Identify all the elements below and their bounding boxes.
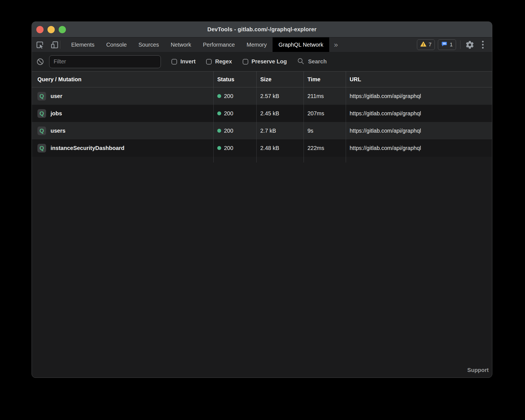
preserve-log-checkbox[interactable] xyxy=(243,59,248,65)
issues-badge[interactable]: 1 xyxy=(438,39,456,50)
url-cell: https://gitlab.com/api/graphql xyxy=(346,122,492,139)
warnings-badge[interactable]: 7 xyxy=(417,39,435,50)
tab-elements[interactable]: Elements xyxy=(65,37,100,52)
clear-block-icon[interactable] xyxy=(36,57,44,66)
settings-gear-icon[interactable] xyxy=(465,40,475,50)
url-cell: https://gitlab.com/api/graphql xyxy=(346,105,492,122)
query-type-badge: Q xyxy=(37,144,46,152)
query-type-badge: Q xyxy=(37,127,46,135)
column-header-time[interactable]: Time xyxy=(304,71,346,87)
table-row[interactable]: Q instanceSecurityDashboard 200 2.48 kB … xyxy=(32,139,492,157)
tab-performance[interactable]: Performance xyxy=(197,37,241,52)
kebab-menu-icon[interactable] xyxy=(478,40,488,50)
warning-icon xyxy=(420,41,426,48)
table-header: Query / Mutation Status Size Time URL xyxy=(32,71,492,87)
preserve-log-label: Preserve Log xyxy=(252,58,287,65)
close-window-button[interactable] xyxy=(36,26,44,33)
footer: Support xyxy=(32,367,492,378)
query-type-badge: Q xyxy=(37,109,46,118)
search-button[interactable]: Search xyxy=(297,57,327,66)
search-icon xyxy=(297,57,304,66)
toolbar-divider xyxy=(60,40,60,49)
inspect-element-icon[interactable] xyxy=(35,40,44,49)
query-cell: Q jobs xyxy=(32,105,213,122)
tab-memory[interactable]: Memory xyxy=(241,37,273,52)
query-cell: Q instanceSecurityDashboard xyxy=(32,139,213,157)
status-code: 200 xyxy=(224,145,233,151)
preserve-log-checkbox-group[interactable]: Preserve Log xyxy=(243,58,287,65)
zoom-window-button[interactable] xyxy=(59,26,66,33)
time-cell: 207ms xyxy=(304,105,346,122)
tab-network[interactable]: Network xyxy=(165,37,197,52)
table-row[interactable]: Q users 200 2.7 kB 9s https://gitlab.com… xyxy=(32,122,492,139)
filter-input[interactable] xyxy=(49,55,161,68)
toolbar-right-divider xyxy=(460,40,460,49)
time-cell: 222ms xyxy=(304,139,346,157)
invert-checkbox-group[interactable]: Invert xyxy=(171,58,195,65)
devtools-window: DevTools - gitlab.com/-/graphql-explorer… xyxy=(32,22,492,378)
search-label: Search xyxy=(308,58,327,65)
query-name: user xyxy=(51,93,62,99)
tab-sources[interactable]: Sources xyxy=(133,37,165,52)
query-name: jobs xyxy=(51,110,62,117)
query-name: users xyxy=(51,128,65,134)
titlebar: DevTools - gitlab.com/-/graphql-explorer xyxy=(32,22,492,37)
time-cell: 211ms xyxy=(304,87,346,105)
empty-panel-area xyxy=(32,163,492,367)
issues-message-icon xyxy=(441,41,447,48)
more-tabs-chevron-icon[interactable]: » xyxy=(329,37,343,52)
filter-bar: Invert Regex Preserve Log Search xyxy=(32,52,492,71)
support-link[interactable]: Support xyxy=(467,367,489,373)
status-cell: 200 xyxy=(213,122,256,139)
status-cell: 200 xyxy=(213,87,256,105)
size-cell: 2.7 kB xyxy=(256,122,304,139)
table-row[interactable]: Q jobs 200 2.45 kB 207ms https://gitlab.… xyxy=(32,105,492,122)
window-title: DevTools - gitlab.com/-/graphql-explorer xyxy=(207,26,316,33)
window-controls xyxy=(36,22,66,37)
size-cell: 2.45 kB xyxy=(256,105,304,122)
status-ok-dot-icon xyxy=(217,129,221,133)
table-row[interactable]: Q user 200 2.57 kB 211ms https://gitlab.… xyxy=(32,87,492,105)
tab-console[interactable]: Console xyxy=(100,37,132,52)
status-ok-dot-icon xyxy=(217,94,221,98)
query-name: instanceSecurityDashboard xyxy=(51,145,125,151)
regex-checkbox-group[interactable]: Regex xyxy=(206,58,232,65)
status-code: 200 xyxy=(224,128,233,134)
column-header-size[interactable]: Size xyxy=(256,71,304,87)
column-header-url[interactable]: URL xyxy=(346,71,492,87)
regex-checkbox[interactable] xyxy=(206,59,212,65)
url-cell: https://gitlab.com/api/graphql xyxy=(346,139,492,157)
url-cell: https://gitlab.com/api/graphql xyxy=(346,87,492,105)
column-header-query[interactable]: Query / Mutation xyxy=(32,71,213,87)
issue-count: 1 xyxy=(450,42,453,48)
invert-label: Invert xyxy=(180,58,195,65)
status-ok-dot-icon xyxy=(217,146,221,150)
status-cell: 200 xyxy=(213,105,256,122)
column-header-status[interactable]: Status xyxy=(213,71,256,87)
status-ok-dot-icon xyxy=(217,111,221,115)
query-cell: Q users xyxy=(32,122,213,139)
query-cell: Q user xyxy=(32,87,213,105)
devtools-tabbar: Elements Console Sources Network Perform… xyxy=(32,37,492,52)
size-cell: 2.48 kB xyxy=(256,139,304,157)
invert-checkbox[interactable] xyxy=(171,59,177,65)
warning-count: 7 xyxy=(429,42,432,48)
minimize-window-button[interactable] xyxy=(47,26,55,33)
toolbar-right-icons: 7 1 xyxy=(417,37,492,52)
regex-label: Regex xyxy=(215,58,232,65)
query-type-badge: Q xyxy=(37,92,46,101)
device-toolbar-icon[interactable] xyxy=(50,40,59,49)
status-code: 200 xyxy=(224,93,233,99)
size-cell: 2.57 kB xyxy=(256,87,304,105)
toolbar-left-icons xyxy=(32,37,59,52)
time-cell: 9s xyxy=(304,122,346,139)
column-separator-stub xyxy=(32,157,492,163)
panel-tabs: Elements Console Sources Network Perform… xyxy=(65,37,343,52)
status-code: 200 xyxy=(224,110,233,117)
tab-graphql-network[interactable]: GraphQL Network xyxy=(273,37,329,52)
status-cell: 200 xyxy=(213,139,256,157)
